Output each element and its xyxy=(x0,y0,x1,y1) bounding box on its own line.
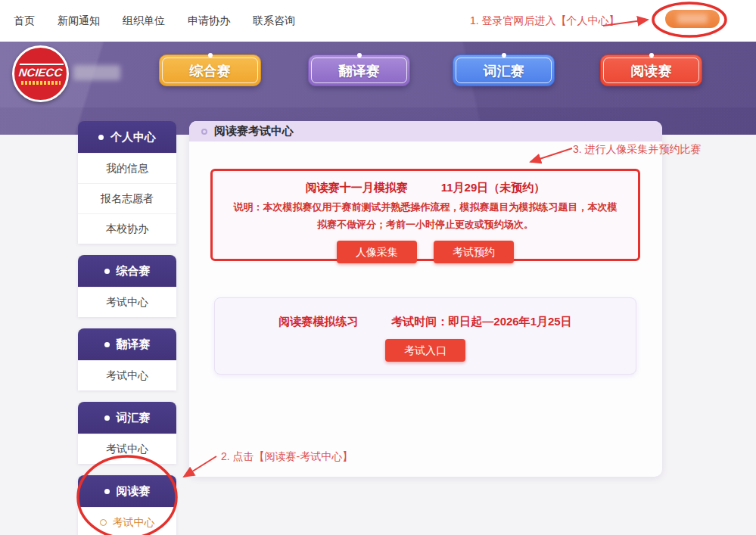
sidebar-header-personal-center[interactable]: 个人中心 xyxy=(78,121,176,153)
bullet-icon xyxy=(104,415,110,421)
sidebar-header-label: 综合赛 xyxy=(117,264,151,278)
logo-text: NCIECC xyxy=(18,64,64,79)
mock-exam-card: 阅读赛十一月模拟赛11月29日（未预约） 说明：本次模拟赛仅用于赛前测试并熟悉操… xyxy=(210,169,640,261)
sidebar-header-label: 词汇赛 xyxy=(117,411,151,425)
nav-item-apply[interactable]: 申请协办 xyxy=(188,14,230,28)
practice-time: 考试时间：即日起—2026年1月25日 xyxy=(391,315,571,328)
annotation-step1-login: 1. 登录官网后进入【个人中心】 xyxy=(470,14,620,28)
sidebar-header-translation[interactable]: 翻译赛 xyxy=(78,328,176,360)
nav-item-organizations[interactable]: 组织单位 xyxy=(123,14,165,28)
logo-subtext xyxy=(21,81,61,85)
sidebar-item-volunteer[interactable]: 报名志愿者 xyxy=(78,183,176,213)
sidebar-item-exam-center-vocabulary[interactable]: 考试中心 xyxy=(78,434,176,464)
main-panel: 阅读赛考试中心 阅读赛十一月模拟赛11月29日（未预约） 说明：本次模拟赛仅用于… xyxy=(189,121,662,477)
practice-title: 阅读赛模拟练习 xyxy=(278,315,358,328)
bullet-icon xyxy=(104,489,110,494)
nciecc-logo: NCIECC xyxy=(12,45,69,102)
bullet-icon xyxy=(104,269,110,274)
annotation-step3-capture: 3. 进行人像采集并预约比赛 xyxy=(573,143,702,157)
mock-exam-buttons: 人像采集 考试预约 xyxy=(213,241,638,263)
sidebar-header-label: 翻译赛 xyxy=(117,337,151,352)
annotation-step2-click: 2. 点击【阅读赛-考试中心】 xyxy=(221,450,353,464)
bullet-icon xyxy=(104,342,110,347)
sidebar-group-personal: 个人中心 我的信息 报名志愿者 本校协办 xyxy=(78,121,176,244)
page-title: 阅读赛考试中心 xyxy=(214,124,294,138)
contest-tab-comprehensive[interactable]: 综合赛 xyxy=(159,54,261,86)
sidebar-header-label: 个人中心 xyxy=(110,130,156,145)
top-navbar: 首页 新闻通知 组织单位 申请协办 联系咨询 1. 登录官网后进入【个人中心】 xyxy=(0,0,756,42)
sidebar-group-reading: 阅读赛 考试中心 xyxy=(78,475,176,535)
redacted-username xyxy=(73,65,120,80)
bullet-icon xyxy=(98,135,104,140)
mock-exam-date: 11月29日（未预约） xyxy=(441,181,546,194)
section-circle-icon xyxy=(201,129,207,135)
contest-tab-vocabulary[interactable]: 词汇赛 xyxy=(453,54,555,86)
sidebar-header-comprehensive[interactable]: 综合赛 xyxy=(78,255,176,287)
sidebar-item-label: 考试中心 xyxy=(113,516,155,530)
mock-exam-title-row: 阅读赛十一月模拟赛11月29日（未预约） xyxy=(213,181,638,195)
personal-center-button[interactable] xyxy=(665,10,720,28)
sidebar-header-reading[interactable]: 阅读赛 xyxy=(78,475,176,507)
sidebar-group-vocabulary: 词汇赛 考试中心 xyxy=(78,402,176,464)
mock-exam-description: 说明：本次模拟赛仅用于赛前测试并熟悉操作流程，模拟赛题目为模拟练习题目，本次模拟… xyxy=(231,199,620,234)
top-nav-links: 首页 新闻通知 组织单位 申请协办 联系咨询 xyxy=(14,0,295,42)
active-ring-icon xyxy=(100,519,107,526)
practice-card: 阅读赛模拟练习考试时间：即日起—2026年1月25日 考试入口 xyxy=(214,297,636,375)
nav-item-contact[interactable]: 联系咨询 xyxy=(253,14,295,28)
sidebar-header-vocabulary[interactable]: 词汇赛 xyxy=(78,402,176,434)
contest-tab-translation[interactable]: 翻译赛 xyxy=(308,54,410,86)
practice-title-row: 阅读赛模拟练习考试时间：即日起—2026年1月25日 xyxy=(215,315,636,329)
sidebar-group-comprehensive: 综合赛 考试中心 xyxy=(78,255,176,317)
exam-reservation-button[interactable]: 考试预约 xyxy=(434,241,514,263)
sidebar-header-label: 阅读赛 xyxy=(117,484,151,499)
sidebar-item-exam-center-translation[interactable]: 考试中心 xyxy=(78,360,176,390)
mock-exam-title: 阅读赛十一月模拟赛 xyxy=(306,181,408,194)
panel-header: 阅读赛考试中心 xyxy=(189,121,662,142)
contest-tab-reading[interactable]: 阅读赛 xyxy=(600,54,702,86)
exam-entrance-button[interactable]: 考试入口 xyxy=(385,339,465,362)
sidebar-item-my-info[interactable]: 我的信息 xyxy=(78,153,176,183)
sidebar-item-school-coop[interactable]: 本校协办 xyxy=(78,213,176,244)
sidebar: 个人中心 我的信息 报名志愿者 本校协办 综合赛 考试中心 翻译赛 考试中心 词… xyxy=(78,121,176,535)
sidebar-item-exam-center-reading-active[interactable]: 考试中心 xyxy=(78,507,176,535)
sidebar-item-exam-center-comprehensive[interactable]: 考试中心 xyxy=(78,287,176,317)
face-capture-button[interactable]: 人像采集 xyxy=(337,241,417,263)
nav-item-news[interactable]: 新闻通知 xyxy=(58,14,100,28)
page: 首页 新闻通知 组织单位 申请协办 联系咨询 1. 登录官网后进入【个人中心】 … xyxy=(0,0,756,535)
sidebar-group-translation: 翻译赛 考试中心 xyxy=(78,328,176,390)
redacted-button-text xyxy=(677,14,708,23)
nav-item-home[interactable]: 首页 xyxy=(14,14,35,28)
